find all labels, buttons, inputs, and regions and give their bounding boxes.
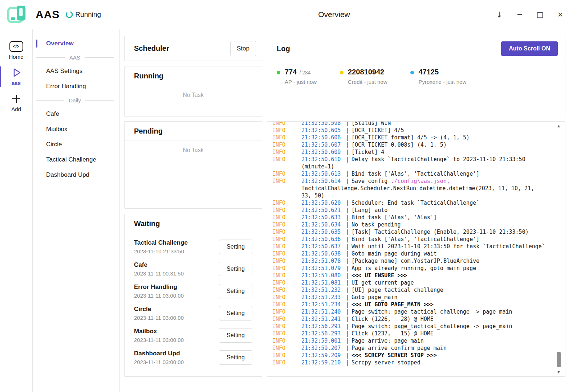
code-icon: </> xyxy=(9,41,23,52)
log-level: INFO xyxy=(272,265,301,272)
log-timestamp: 21:32:50.638 xyxy=(301,250,346,257)
task-setting-button[interactable]: Setting xyxy=(219,328,252,343)
task-setting-button[interactable]: Setting xyxy=(219,262,252,276)
scroll-down-icon[interactable]: ▼ xyxy=(556,369,561,375)
log-level: INFO xyxy=(272,344,301,352)
waiting-task-row: Cafe2023-11-11 00:31:50Setting xyxy=(134,258,252,280)
log-message: Page arrive: page_main xyxy=(352,337,424,344)
menu-item-aas-settings[interactable]: AAS Settings xyxy=(33,64,119,79)
log-timestamp: 21:32:51.234 xyxy=(301,301,346,308)
log-level: INFO xyxy=(272,127,301,134)
log-line: INFO21:32:50.609|[Ticket] 4 xyxy=(272,148,553,156)
main-content: Scheduler Stop Running No Task Pending N… xyxy=(120,29,581,392)
titlebar: AAS Running Overview ↓ ─ □ ✕ xyxy=(0,0,581,29)
log-line: INFO21:32:56.293|Click (1237, 15) @ HOME xyxy=(272,330,553,337)
log-message: Bind task ['Alas', 'Alas'] xyxy=(352,214,437,221)
log-separator: | xyxy=(346,323,349,330)
rail-item-aas[interactable]: aas xyxy=(0,64,32,90)
scrollbar-thumb[interactable] xyxy=(557,352,561,367)
menu-item-cafe[interactable]: Cafe xyxy=(33,106,119,122)
log-line: INFO21:32:56.291|Page switch: page_tacti… xyxy=(272,323,553,330)
log-line: 33, 50) xyxy=(272,192,553,199)
menu-group-daily: Daily xyxy=(33,94,119,106)
running-card: Running No Task xyxy=(124,66,262,117)
rail-item-home[interactable]: </> Home xyxy=(0,37,32,64)
log-line: INFO21:32:51.234|<<< UI GOTO PAGE_MAIN >… xyxy=(272,301,553,308)
log-separator: | xyxy=(346,141,349,148)
minimize-icon[interactable]: ─ xyxy=(514,9,525,20)
task-setting-button[interactable]: Setting xyxy=(219,240,252,254)
stat-dot-icon xyxy=(340,71,344,74)
log-line: INFO21:32:51.233|Goto page_main xyxy=(272,294,553,301)
stat-col: 220810942Credit - just now xyxy=(348,68,387,85)
log-message: [Ticket] 4 xyxy=(352,148,384,156)
log-line: INFO21:32:51.080|<<< UI ENSURE >>> xyxy=(272,272,553,279)
log-separator: | xyxy=(346,315,349,323)
log-separator: | xyxy=(346,359,349,366)
log-line: INFO21:32:51.081|UI get current page xyxy=(272,279,553,286)
log-timestamp: 21:32:50.635 xyxy=(301,228,346,236)
log-separator: | xyxy=(346,127,349,134)
log-message: UI get current page xyxy=(352,279,414,286)
menu-item-error-handling[interactable]: Error Handling xyxy=(33,79,119,94)
waiting-task-row: Tactical Challenge2023-11-10 21:33:50Set… xyxy=(134,236,252,258)
log-line: INFO21:32:50.614|Save config ./config\aa… xyxy=(272,177,553,185)
log-indent xyxy=(272,185,301,192)
log-line: INFO21:32:51.241|Click (1226, 28) @ HOME xyxy=(272,315,553,323)
log-message: Page switch: page_tactical_challenge -> … xyxy=(352,323,512,330)
download-icon[interactable]: ↓ xyxy=(494,9,505,20)
log-timestamp: 21:32:59.001 xyxy=(301,337,346,344)
rail-item-add[interactable]: Add xyxy=(0,90,32,116)
log-line: INFO21:32:50.621|[Lang] auto xyxy=(272,207,553,214)
menu-item-overview[interactable]: Overview xyxy=(33,36,119,51)
menu-item-tactical-challenge[interactable]: Tactical Challenge xyxy=(33,152,119,167)
stat-value: 774 xyxy=(285,68,297,76)
stat-label: AP - just now xyxy=(285,79,317,85)
task-setting-button[interactable]: Setting xyxy=(219,350,252,365)
menu-daily-list: CafeMailboxCircleTactical ChallengeDashb… xyxy=(33,106,119,183)
task-setting-button[interactable]: Setting xyxy=(219,306,252,320)
log-message: Scheduler: End task `TacticalChallenge` xyxy=(352,199,479,207)
log-level: INFO xyxy=(272,286,301,294)
log-level: INFO xyxy=(272,156,301,163)
log-line: INFO21:32:50.637|Wait until 2023-11-10 2… xyxy=(272,243,553,250)
log-timestamp: 21:32:50.610 xyxy=(301,156,346,163)
stat-dot-icon xyxy=(277,71,280,74)
log-message: Click (1226, 28) @ HOME xyxy=(352,315,434,323)
status-indicator: Running xyxy=(65,11,101,19)
log-timestamp: 21:32:51.232 xyxy=(301,286,346,294)
waiting-task-list: Tactical Challenge2023-11-10 21:33:50Set… xyxy=(125,233,262,369)
menu-item-dashboard-upd[interactable]: Dashboard Upd xyxy=(33,167,119,183)
menu-item-mailbox[interactable]: Mailbox xyxy=(33,122,119,137)
log-timestamp: 21:32:50.613 xyxy=(301,170,346,177)
log-message: Save config xyxy=(352,177,391,185)
menu-item-circle[interactable]: Circle xyxy=(33,137,119,152)
rail-add-label: Add xyxy=(11,106,21,112)
log-separator: | xyxy=(346,199,349,207)
stat-label: Credit - just now xyxy=(348,79,387,85)
log-line: INFO21:32:50.635|[Task] TacticalChalleng… xyxy=(272,228,553,236)
log-line: INFO21:32:50.633|Bind task ['Alas', 'Ala… xyxy=(272,214,553,221)
log-timestamp: 21:32:50.606 xyxy=(301,134,346,141)
maximize-icon[interactable]: □ xyxy=(535,9,545,20)
log-timestamp: 21:32:50.633 xyxy=(301,214,346,221)
auto-scroll-button[interactable]: Auto Scroll ON xyxy=(501,41,558,56)
log-separator: | xyxy=(346,207,349,214)
log-line: INFO21:32:50.606|[OCR_TICKET format] 4/5… xyxy=(272,134,553,141)
task-setting-button[interactable]: Setting xyxy=(219,284,252,298)
stop-button[interactable]: Stop xyxy=(230,41,256,56)
log-message: Goto page_main xyxy=(352,294,397,301)
log-level: INFO xyxy=(272,279,301,286)
log-message: 33, 50) xyxy=(301,192,324,199)
log-line: INFO21:32:50.607|[OCR_TICKET 0.008s] (4,… xyxy=(272,141,553,148)
stat-col: 774/ 234AP - just now xyxy=(285,68,317,85)
log-timestamp: 21:32:50.636 xyxy=(301,236,346,243)
log-line: (minute=1) xyxy=(272,163,553,170)
log-level: INFO xyxy=(272,315,301,323)
log-message: [Status] WIN xyxy=(352,121,391,127)
scroll-up-icon[interactable]: ▲ xyxy=(556,123,561,128)
log-separator: | xyxy=(346,177,349,185)
close-icon[interactable]: ✕ xyxy=(555,9,566,20)
log-timestamp: 21:32:51.241 xyxy=(301,315,346,323)
waiting-title: Waiting xyxy=(125,214,262,233)
